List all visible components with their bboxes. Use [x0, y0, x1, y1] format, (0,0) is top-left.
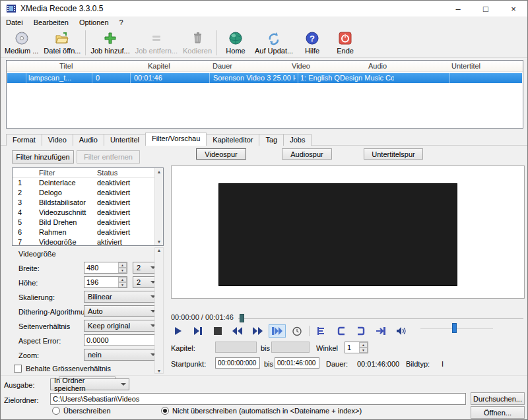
bildtyp-label: Bildtyp:	[406, 360, 430, 368]
col-audio[interactable]: Audio	[368, 62, 387, 70]
open-target-button[interactable]: Öffnen...	[471, 406, 525, 419]
col-video[interactable]: Video	[292, 62, 310, 70]
exit-button[interactable]: Ende	[329, 28, 362, 57]
scroll-up-icon[interactable]: ▲	[157, 248, 162, 253]
skalierung-select[interactable]: Bilinear	[84, 291, 159, 303]
menu-bearbeiten[interactable]: Bearbeiten	[28, 17, 74, 28]
tab-audio[interactable]: Audio	[73, 134, 104, 146]
start-bracket-button[interactable]	[333, 324, 350, 338]
seek-slider-handle[interactable]	[240, 314, 244, 322]
menu-datei[interactable]: Datei	[1, 17, 28, 28]
close-button[interactable]: ×	[500, 1, 527, 16]
cell-audio: 1: English QDesign Music Codec 2.12...	[300, 74, 394, 82]
stop-button[interactable]	[209, 324, 226, 338]
play-button[interactable]	[170, 324, 187, 338]
breite-spinner[interactable]: ▲▼	[118, 262, 127, 273]
startpunkt-input[interactable]	[215, 357, 260, 369]
add-filter-button[interactable]: Filter hinzufügen	[12, 150, 74, 164]
seitenverhaeltnis-select[interactable]: Keep original	[84, 320, 159, 332]
no-overwrite-radio[interactable]	[161, 407, 169, 415]
tab-jobs[interactable]: Jobs	[283, 134, 312, 146]
step-forward-button[interactable]	[189, 324, 207, 338]
cell-titel: lampscan_t...	[28, 74, 84, 82]
scroll-up-icon[interactable]: ▲	[157, 168, 162, 175]
rewind-button[interactable]	[229, 324, 246, 338]
help-button[interactable]: ? Hilfe	[296, 28, 329, 57]
scroll-down-icon[interactable]: ▼	[157, 369, 162, 373]
minimize-button[interactable]: –	[444, 1, 472, 16]
remove-job-button: Job entfern...	[133, 28, 180, 57]
videosize-title: Videogröße	[18, 250, 56, 258]
col-titel[interactable]: Titel	[59, 62, 73, 70]
maximize-button[interactable]: □	[472, 1, 500, 16]
tab-format[interactable]: Format	[6, 134, 42, 146]
filter-list-scrollbar[interactable]: ▲▼	[154, 168, 163, 245]
seek-slider[interactable]	[238, 318, 523, 319]
fast-forward-button[interactable]	[249, 324, 266, 338]
aspect-error-input[interactable]	[84, 334, 159, 346]
transport-bar	[170, 324, 412, 338]
filter-row[interactable]: 6Rahmendeaktiviert	[13, 227, 163, 237]
goto-end-button[interactable]	[372, 324, 389, 338]
winkel-spinner[interactable]: ▲▼	[359, 342, 368, 353]
filter-list-header: Filter Status	[13, 168, 163, 178]
end-bracket-button[interactable]	[352, 324, 370, 338]
filter-row[interactable]: 4Videozuschnittdeaktiviert	[13, 208, 163, 218]
tab-video[interactable]: Video	[42, 134, 73, 146]
col-kapitel[interactable]: Kapitel	[148, 62, 170, 70]
add-job-button[interactable]: Job hinzuf...	[88, 28, 132, 57]
browse-button[interactable]: Durchsuchen...	[471, 392, 525, 405]
videosize-scrollbar[interactable]: ▲▼	[154, 247, 164, 374]
job-list-header: Titel Kapitel Dauer Video Audio Untertit…	[7, 61, 523, 72]
zielordner-input[interactable]	[50, 393, 466, 405]
overwrite-radio[interactable]	[52, 407, 60, 415]
filter-row[interactable]: 3Bildstabilisatordeaktiviert	[13, 198, 163, 208]
set-start-marker-button[interactable]	[313, 324, 330, 338]
toolbar: Medium ... Datei öffn... Job hinzuf... J…	[1, 28, 527, 58]
col-dauer[interactable]: Dauer	[213, 62, 232, 70]
untertitelspur-button[interactable]: Untertitelspur	[364, 148, 423, 160]
update-button[interactable]: Auf Updat...	[252, 28, 296, 57]
kapitel-from-select	[215, 342, 257, 353]
preview-panel	[171, 165, 525, 299]
menu-optionen[interactable]: Optionen	[74, 17, 114, 28]
help-icon: ?	[305, 31, 319, 45]
videosize-panel: Videogröße Breite: ▲▼ 2 Höhe: ▲▼ 2 Skali…	[6, 247, 164, 374]
open-medium-button[interactable]: Medium ...	[2, 28, 41, 57]
audio-mute-button[interactable]	[392, 324, 409, 338]
tab-untertitel[interactable]: Untertitel	[104, 134, 146, 146]
volume-slider-handle[interactable]	[452, 323, 457, 333]
clock-button[interactable]	[288, 324, 306, 338]
play-fast-button[interactable]	[269, 324, 286, 338]
tab-tag[interactable]: Tag	[259, 134, 284, 146]
endpunkt-input[interactable]	[275, 357, 319, 369]
videospur-button[interactable]: Videospur	[196, 148, 246, 160]
ausgabe-label: Ausgabe:	[4, 381, 34, 389]
ausgabe-select[interactable]: In Ordner speichern	[50, 378, 129, 390]
filter-row[interactable]: 2Delogodeaktiviert	[13, 188, 163, 198]
aspect-error-label: Aspect Error:	[18, 337, 61, 345]
dauer-label: Dauer:	[326, 360, 348, 368]
col-untertitel[interactable]: Untertitel	[451, 62, 480, 70]
zoom-select[interactable]: nein	[84, 349, 159, 361]
open-file-button[interactable]: Datei öffn...	[41, 28, 83, 57]
menu-help[interactable]: ?	[114, 17, 129, 28]
tab-kapiteleditor[interactable]: Kapiteleditor	[206, 134, 259, 146]
home-button[interactable]: Home	[219, 28, 252, 57]
dauer-value: 00:01:46:000	[357, 360, 399, 368]
hoehe-spinner[interactable]: ▲▼	[118, 277, 127, 287]
power-icon	[338, 31, 352, 45]
keep-ratio-checkbox[interactable]	[14, 365, 22, 373]
kapitel-to-select	[271, 342, 310, 353]
filter-row[interactable]: 5Bild Drehendeaktiviert	[13, 218, 163, 227]
audiospur-button[interactable]: Audiospur	[282, 148, 332, 160]
scroll-down-icon[interactable]: ▼	[157, 238, 162, 245]
disc-icon	[15, 31, 29, 45]
volume-slider[interactable]	[420, 328, 493, 329]
filter-row[interactable]: 1Deinterlacedeaktiviert	[13, 178, 163, 188]
job-row-selected[interactable]: lampscan_t... 0 00:01:46 Sorenson Video …	[7, 73, 522, 83]
tab-filter-vorschau[interactable]: Filter/Vorschau	[145, 133, 207, 146]
dithering-select[interactable]: Auto	[84, 305, 159, 317]
filter-row[interactable]: 7Videogrößeaktiviert	[13, 237, 163, 246]
hoehe-field-wrap: ▲▼	[84, 276, 127, 288]
